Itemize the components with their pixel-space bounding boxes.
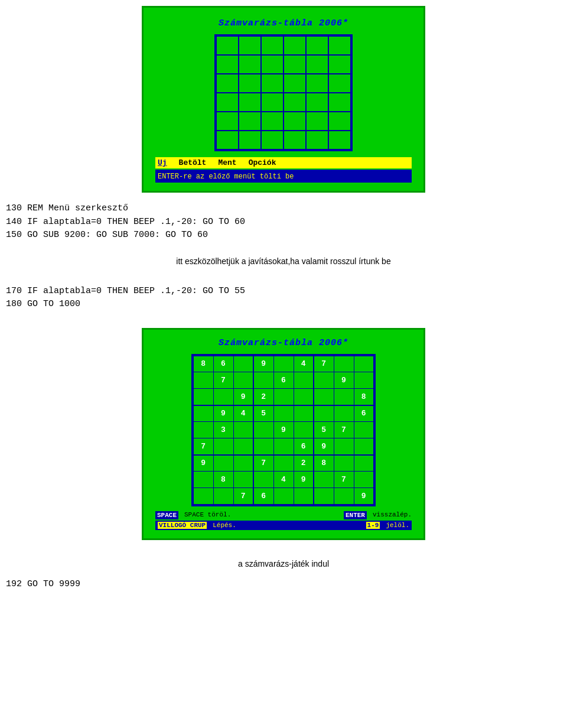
comment-1: itt eszközölhetjük a javításokat,ha vala… (0, 254, 567, 268)
sudoku-cell[interactable] (213, 438, 233, 455)
sudoku-cell[interactable]: 8 (354, 389, 374, 405)
sudoku-cell[interactable] (334, 455, 354, 472)
sudoku-cell[interactable] (273, 356, 294, 372)
code-line-192: 192 GO TO 9999 (6, 578, 561, 592)
sudoku-cell[interactable]: 2 (253, 389, 273, 405)
sudoku-cell[interactable]: 9 (213, 405, 233, 422)
sudoku-cell[interactable]: 7 (334, 422, 354, 438)
sudoku-cell[interactable] (354, 472, 374, 488)
menu-bar: Uj Betölt Ment Opciók (155, 157, 412, 168)
sudoku-cell[interactable] (273, 389, 294, 405)
sudoku-cell[interactable] (314, 389, 334, 405)
sudoku-cell[interactable] (213, 488, 233, 505)
code-line-140: 140 IF alaptabla=0 THEN BEEP .1,-20: GO … (6, 216, 561, 229)
sudoku-cell[interactable] (314, 472, 334, 488)
sudoku-cell[interactable]: 7 (314, 356, 334, 372)
villogo-key: VILLOGÓ CRUP (158, 522, 207, 529)
num-key: 1-9 (366, 522, 380, 529)
bottom-screen-title: Számvarázs-tábla 2006* (219, 338, 348, 348)
sudoku-cell[interactable] (233, 372, 253, 389)
sudoku-cell[interactable]: 4 (233, 405, 253, 422)
sudoku-cell[interactable] (354, 455, 374, 472)
sudoku-cell[interactable] (273, 405, 294, 422)
sudoku-cell[interactable]: 5 (314, 422, 334, 438)
menu-item-ment[interactable]: Ment (218, 158, 236, 167)
enter-key: ENTER (344, 511, 367, 519)
menu-item-uj[interactable]: Uj (158, 158, 167, 167)
sudoku-cell[interactable] (334, 389, 354, 405)
enter-label: visszalép. (373, 511, 412, 519)
sudoku-cell[interactable]: 7 (253, 455, 273, 472)
sudoku-cell[interactable] (233, 422, 253, 438)
sudoku-cell[interactable] (213, 455, 233, 472)
sudoku-cell[interactable] (253, 438, 273, 455)
sudoku-cell[interactable] (354, 356, 374, 372)
sudoku-cell[interactable] (334, 356, 354, 372)
sudoku-cell[interactable] (294, 422, 314, 438)
sudoku-cell[interactable] (253, 422, 273, 438)
sudoku-cell[interactable]: 9 (354, 488, 374, 505)
sudoku-cell[interactable] (193, 372, 213, 389)
sudoku-cell[interactable]: 7 (233, 488, 253, 505)
sudoku-cell[interactable] (354, 438, 374, 455)
page-container: Számvarázs-tábla 2006* Uj Betölt Ment Op… (0, 6, 567, 591)
sudoku-cell[interactable] (273, 455, 294, 472)
code-line-180: 180 GO TO 1000 (6, 298, 561, 311)
sudoku-cell[interactable] (253, 372, 273, 389)
sudoku-cell[interactable] (294, 488, 314, 505)
sudoku-cell[interactable] (193, 472, 213, 488)
sudoku-cell[interactable]: 4 (294, 356, 314, 372)
sudoku-cell[interactable]: 9 (273, 422, 294, 438)
top-screen: Számvarázs-tábla 2006* Uj Betölt Ment Op… (142, 6, 425, 193)
sudoku-cell[interactable] (193, 488, 213, 505)
sudoku-cell[interactable] (354, 372, 374, 389)
sudoku-cell[interactable] (193, 422, 213, 438)
sudoku-cell[interactable] (314, 372, 334, 389)
sudoku-cell[interactable] (213, 389, 233, 405)
sudoku-cell[interactable]: 2 (294, 455, 314, 472)
sudoku-cell[interactable] (294, 405, 314, 422)
top-grid-table (216, 35, 351, 150)
menu-item-opciok[interactable]: Opciók (249, 158, 276, 167)
sudoku-cell[interactable]: 6 (213, 356, 233, 372)
sudoku-cell[interactable]: 9 (314, 438, 334, 455)
sudoku-cell[interactable] (253, 472, 273, 488)
sudoku-cell[interactable] (273, 438, 294, 455)
sudoku-cell[interactable]: 7 (193, 438, 213, 455)
code-line-150: 150 GO SUB 9200: GO SUB 7000: GO TO 60 (6, 229, 561, 242)
sudoku-cell[interactable]: 8 (213, 472, 233, 488)
sudoku-cell[interactable]: 7 (213, 372, 233, 389)
sudoku-cell[interactable]: 9 (233, 389, 253, 405)
sudoku-cell[interactable]: 9 (253, 356, 273, 372)
sudoku-cell[interactable]: 6 (294, 438, 314, 455)
sudoku-cell[interactable]: 9 (334, 372, 354, 389)
sudoku-cell[interactable] (233, 455, 253, 472)
sudoku-cell[interactable]: 5 (253, 405, 273, 422)
sudoku-cell[interactable]: 9 (193, 455, 213, 472)
sudoku-cell[interactable] (193, 405, 213, 422)
sudoku-cell[interactable]: 6 (253, 488, 273, 505)
sudoku-cell[interactable] (314, 488, 334, 505)
sudoku-cell[interactable] (273, 488, 294, 505)
sudoku-cell[interactable] (334, 438, 354, 455)
sudoku-cell[interactable]: 9 (294, 472, 314, 488)
sudoku-cell[interactable] (193, 389, 213, 405)
sudoku-cell[interactable] (294, 389, 314, 405)
sudoku-cell[interactable]: 3 (213, 422, 233, 438)
sudoku-cell[interactable]: 4 (273, 472, 294, 488)
sudoku-cell[interactable] (233, 472, 253, 488)
sudoku-cell[interactable] (233, 438, 253, 455)
sudoku-cell[interactable]: 6 (354, 405, 374, 422)
sudoku-cell[interactable] (334, 405, 354, 422)
sudoku-cell[interactable]: 6 (273, 372, 294, 389)
jelol-label: jelöl. (386, 522, 409, 529)
menu-item-betolt[interactable]: Betölt (179, 158, 207, 167)
sudoku-cell[interactable]: 8 (193, 356, 213, 372)
sudoku-cell[interactable]: 8 (314, 455, 334, 472)
sudoku-cell[interactable]: 7 (334, 472, 354, 488)
sudoku-cell[interactable] (334, 488, 354, 505)
sudoku-cell[interactable] (294, 372, 314, 389)
sudoku-cell[interactable] (233, 356, 253, 372)
sudoku-cell[interactable] (354, 422, 374, 438)
sudoku-cell[interactable] (314, 405, 334, 422)
